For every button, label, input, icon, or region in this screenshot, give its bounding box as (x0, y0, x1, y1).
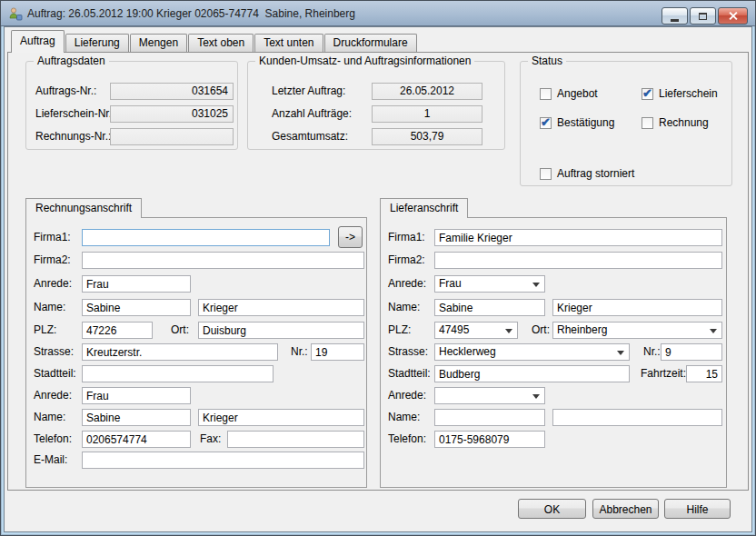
l-anrede-combobox[interactable]: Frau (434, 275, 545, 293)
label-rechnungs-nr: Rechnungs-Nr.: (35, 128, 111, 145)
l-firma1-input[interactable] (434, 229, 722, 246)
group-kundeninfo-title: Kunden-Umsatz- und Auftragsinformationen (255, 55, 474, 67)
minimize-button[interactable] (662, 7, 688, 25)
checkbox-auftrag-storniert-label: Auftrag storniert (557, 167, 634, 180)
field-rechnungs-nr (110, 128, 234, 145)
r-firma1-input[interactable] (82, 229, 330, 246)
checkbox-lieferschein-label: Lieferschein (659, 87, 718, 100)
label-gesamtumsatz: Gesamtumsatz: (272, 128, 348, 145)
caption-buttons (662, 7, 748, 25)
tab-text-unten[interactable]: Text unten (254, 34, 323, 52)
l-plz-combobox[interactable]: 47495 (434, 322, 518, 339)
r-vorname-input[interactable] (82, 299, 191, 316)
label-l-plz: PLZ: (388, 322, 411, 339)
label-r-fax: Fax: (200, 431, 221, 448)
l-plz-value: 47495 (439, 323, 502, 338)
l-ort-combobox[interactable]: Rheinberg (552, 322, 722, 339)
label-r-nr: Nr.: (291, 343, 308, 361)
l-strasse-value: Hecklerweg (439, 344, 614, 360)
r-anrede-input[interactable] (82, 275, 191, 293)
r-nachname-input[interactable] (198, 299, 364, 316)
label-l-nr: Nr.: (643, 343, 661, 361)
l-anrede2-combobox[interactable] (434, 387, 545, 404)
label-r-telefon: Telefon: (34, 431, 72, 448)
r-plz-input[interactable] (82, 322, 153, 339)
l-fahrtzeit-input[interactable] (686, 365, 722, 382)
tab-lieferung[interactable]: Lieferung (65, 34, 129, 52)
checkbox-angebot-label: Angebot (557, 87, 598, 100)
chevron-down-icon (710, 329, 717, 337)
label-anzahl-auftraege: Anzahl Aufträge: (272, 105, 352, 123)
l-vorname-input[interactable] (434, 299, 545, 316)
r-strasse-input[interactable] (82, 343, 278, 361)
close-button[interactable] (718, 7, 748, 25)
cancel-button[interactable]: Abbrechen (592, 499, 659, 519)
l-strasse-combobox[interactable]: Hecklerweg (434, 343, 630, 361)
label-r-strasse: Strasse: (34, 343, 74, 361)
label-l-name2: Name: (388, 409, 420, 426)
rechnungsanschrift-tab[interactable]: Rechnungsanschrift (25, 198, 142, 218)
field-gesamtumsatz: 503,79 (372, 128, 482, 145)
label-letzter-auftrag: Letzter Auftrag: (272, 83, 345, 100)
r-nr-input[interactable] (311, 343, 364, 361)
maximize-button[interactable] (690, 7, 716, 25)
lieferanschrift-tab[interactable]: Lieferanschrift (380, 198, 468, 218)
r-firma2-input[interactable] (82, 252, 364, 269)
checkbox-row-auftrag-storniert[interactable]: Auftrag storniert (540, 167, 634, 180)
tab-auftrag[interactable]: Auftrag (11, 30, 65, 53)
checkbox-lieferschein[interactable] (642, 88, 653, 100)
checkbox-row-bestaetigung[interactable]: Bestätigung (540, 116, 614, 129)
l-nachname2-input[interactable] (552, 409, 722, 426)
label-r-name2: Name: (34, 409, 65, 426)
checkbox-rechnung[interactable] (642, 117, 653, 129)
r-nachname2-input[interactable] (198, 409, 364, 426)
tab-mengen[interactable]: Mengen (130, 34, 187, 52)
chevron-down-icon (505, 329, 512, 337)
label-l-name: Name: (388, 299, 420, 316)
label-r-plz: PLZ: (34, 322, 56, 339)
copy-address-button[interactable]: -> (338, 226, 363, 248)
maximize-icon (699, 13, 707, 20)
panel-lieferanschrift: Lieferanschrift Firma1: Firma2: Anrede: … (380, 198, 727, 488)
checkbox-auftrag-storniert[interactable] (540, 168, 552, 180)
r-anrede2-input[interactable] (82, 387, 191, 404)
label-auftrags-nr: Auftrags-Nr.: (35, 83, 96, 100)
help-button[interactable]: Hilfe (664, 499, 731, 519)
r-ort-input[interactable] (198, 322, 364, 339)
label-l-firma1: Firma1: (388, 229, 425, 246)
ok-button[interactable]: OK (518, 499, 586, 519)
dialog-body: Auftrag Lieferung Mengen Text oben Text … (4, 26, 752, 532)
r-vorname2-input[interactable] (82, 409, 191, 426)
label-r-name: Name: (34, 299, 65, 316)
label-r-ort: Ort: (171, 322, 189, 339)
chevron-down-icon (617, 351, 624, 359)
l-nachname-input[interactable] (552, 299, 722, 316)
l-firma2-input[interactable] (434, 252, 722, 269)
l-vorname2-input[interactable] (434, 409, 545, 426)
l-stadtteil-input[interactable] (434, 365, 630, 382)
label-r-firma1: Firma1: (34, 229, 71, 246)
checkbox-bestaetigung[interactable] (540, 117, 552, 129)
checkbox-angebot[interactable] (540, 88, 552, 100)
field-lieferschein-nr: 031025 (110, 105, 234, 123)
titlebar[interactable]: Auftrag: 26.05.2012 19:00 Krieger 02065-… (1, 1, 755, 26)
label-l-telefon: Telefon: (388, 431, 426, 448)
r-fax-input[interactable] (227, 431, 364, 448)
label-l-anrede: Anrede: (388, 275, 426, 293)
l-nr-input[interactable] (661, 343, 722, 361)
tab-text-oben[interactable]: Text oben (188, 34, 254, 52)
l-ort-value: Rheinberg (557, 323, 707, 338)
group-kundeninfo: Kunden-Umsatz- und Auftragsinformationen… (247, 61, 505, 150)
r-telefon-input[interactable] (82, 431, 191, 448)
checkbox-row-angebot[interactable]: Angebot (540, 87, 598, 100)
r-email-input[interactable] (82, 452, 364, 469)
label-r-email: E-Mail: (34, 452, 67, 469)
l-telefon-input[interactable] (434, 431, 545, 448)
label-l-ort: Ort: (532, 322, 550, 339)
tab-druckformulare[interactable]: Druckformulare (324, 34, 417, 52)
checkbox-row-lieferschein[interactable]: Lieferschein (642, 87, 718, 100)
panel-rechnungsanschrift: Rechnungsanschrift Firma1: -> Firma2: An… (25, 198, 367, 488)
label-l-fahrtzeit: Fahrtzeit: (641, 365, 686, 382)
r-stadtteil-input[interactable] (82, 365, 274, 382)
checkbox-row-rechnung[interactable]: Rechnung (642, 116, 709, 129)
